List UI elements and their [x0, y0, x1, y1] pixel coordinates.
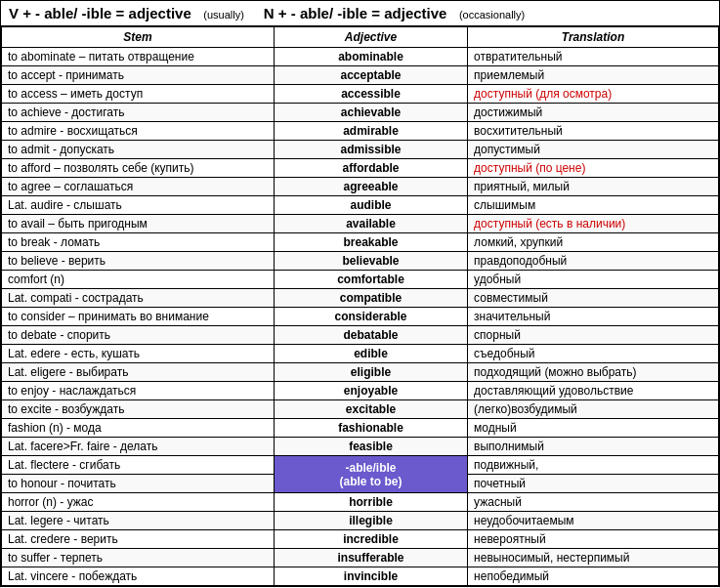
table-row: Lat. facere>Fr. faire - делатьfeasibleвы…	[2, 438, 719, 456]
table-row: Lat. credere - веритьincredibleневероятн…	[2, 530, 719, 549]
cell-adjective: admissible	[274, 141, 467, 159]
cell-translation: ломкий, хрупкий	[468, 233, 719, 252]
table-row: to enjoy - наслаждатьсяenjoyableдоставля…	[2, 382, 719, 400]
cell-stem: Lat. edere - есть, кушать	[2, 345, 275, 363]
cell-adjective: debatable	[274, 326, 467, 345]
table-row: to debate - споритьdebatableспорный	[2, 326, 719, 345]
cell-translation: достижимый	[468, 104, 719, 122]
cell-translation: невыносимый, нестерпимый	[468, 549, 719, 567]
cell-stem: Lat. credere - верить	[2, 530, 275, 549]
cell-stem: to enjoy - наслаждаться	[2, 382, 275, 400]
table-row: to break - ломатьbreakableломкий, хрупки…	[2, 233, 719, 252]
col-header-adjective: Adjective	[274, 27, 467, 48]
cell-translation: неудобочитаемым	[468, 512, 719, 530]
table-row: to achieve - достигатьachievableдостижим…	[2, 104, 719, 122]
cell-translation: значительный	[468, 308, 719, 326]
cell-translation: почетный	[468, 475, 719, 493]
cell-stem: Lat. flectere - сгибать	[2, 456, 275, 475]
main-container: V + - able/ -ible = adjective (usually) …	[0, 0, 720, 587]
table-row: Lat. legere - читатьillegibleнеудобочита…	[2, 512, 719, 530]
cell-adjective: eligible	[274, 363, 467, 382]
cell-translation: слышимым	[468, 196, 719, 215]
table-row: Lat. flectere - сгибать-able/ible(able t…	[2, 456, 719, 475]
col-header-translation: Translation	[468, 27, 719, 48]
table-row: to consider – принимать во вниманиеconsi…	[2, 308, 719, 326]
cell-translation: ужасный	[468, 493, 719, 512]
table-row: to suffer - терпетьinsufferableневыносим…	[2, 549, 719, 567]
table-row: Lat. compati - сострадатьcompatibleсовме…	[2, 289, 719, 308]
cell-adjective: incredible	[274, 530, 467, 549]
cell-adjective: illegible	[274, 512, 467, 530]
cell-adjective: abominable	[274, 48, 467, 66]
cell-adjective: excitable	[274, 400, 467, 419]
cell-translation: восхитительный	[468, 122, 719, 141]
cell-stem: to access – иметь доступ	[2, 85, 275, 104]
cell-translation: приятный, милый	[468, 178, 719, 196]
cell-translation: правдоподобный	[468, 252, 719, 271]
cell-stem: fashion (n) - мода	[2, 419, 275, 438]
header-left-note: (usually)	[203, 9, 244, 21]
cell-stem: comfort (n)	[2, 271, 275, 289]
table-row: to agree – соглашатьсяagreeableприятный,…	[2, 178, 719, 196]
cell-adjective: enjoyable	[274, 382, 467, 400]
cell-stem: to suffer - терпеть	[2, 549, 275, 567]
cell-translation: невероятный	[468, 530, 719, 549]
cell-stem: to abominate – питать отвращение	[2, 48, 275, 66]
cell-translation: подходящий (можно выбрать)	[468, 363, 719, 382]
table-row: horror (n) - ужасhorribleужасный	[2, 493, 719, 512]
cell-translation: совместимый	[468, 289, 719, 308]
cell-stem: Lat. eligere - выбирать	[2, 363, 275, 382]
cell-adjective: horrible	[274, 493, 467, 512]
highlight-cell: -able/ible(able to be)	[274, 456, 467, 493]
cell-translation: съедобный	[468, 345, 719, 363]
table-row: to admire - восхищатьсяadmirableвосхитит…	[2, 122, 719, 141]
header-right-title: N + - able/ -ible = adjective	[264, 5, 447, 21]
cell-adjective: agreeable	[274, 178, 467, 196]
table-row: to afford – позволять себе (купить)affor…	[2, 159, 719, 178]
cell-translation: приемлемый	[468, 66, 719, 85]
cell-translation: выполнимый	[468, 438, 719, 456]
cell-stem: to achieve - достигать	[2, 104, 275, 122]
cell-adjective: fashionable	[274, 419, 467, 438]
table-body: to abominate – питать отвращениеabominab…	[2, 48, 719, 586]
cell-translation: доступный (для осмотра)	[468, 85, 719, 104]
cell-adjective: invincible	[274, 567, 467, 586]
cell-adjective: achievable	[274, 104, 467, 122]
cell-translation: доступный (есть в наличии)	[468, 215, 719, 233]
cell-stem: to agree – соглашаться	[2, 178, 275, 196]
cell-stem: to excite - возбуждать	[2, 400, 275, 419]
cell-adjective: breakable	[274, 233, 467, 252]
cell-stem: Lat. vincere - побеждать	[2, 567, 275, 586]
cell-translation: удобный	[468, 271, 719, 289]
cell-translation: спорный	[468, 326, 719, 345]
cell-adjective: edible	[274, 345, 467, 363]
cell-translation: допустимый	[468, 141, 719, 159]
header-right-note: (occasionally)	[459, 9, 525, 21]
cell-translation: непобедимый	[468, 567, 719, 586]
table-container: Stem Adjective Translation to abominate …	[0, 25, 720, 587]
cell-stem: to break - ломать	[2, 233, 275, 252]
cell-adjective: affordable	[274, 159, 467, 178]
table-row: to avail – быть пригоднымavailableдоступ…	[2, 215, 719, 233]
cell-stem: to believe - верить	[2, 252, 275, 271]
table-row: to admit - допускатьadmissibleдопустимый	[2, 141, 719, 159]
table-row: Lat. vincere - побеждатьinvincibleнепобе…	[2, 567, 719, 586]
cell-translation: (легко)возбудимый	[468, 400, 719, 419]
table-header-row: Stem Adjective Translation	[2, 27, 719, 48]
table-row: fashion (n) - модаfashionableмодный	[2, 419, 719, 438]
col-header-stem: Stem	[2, 27, 275, 48]
cell-stem: to admit - допускать	[2, 141, 275, 159]
cell-stem: to accept - принимать	[2, 66, 275, 85]
cell-adjective: believable	[274, 252, 467, 271]
table-row: Lat. audire - слышатьaudibleслышимым	[2, 196, 719, 215]
cell-adjective: acceptable	[274, 66, 467, 85]
main-table: Stem Adjective Translation to abominate …	[1, 26, 719, 586]
header-right: N + - able/ -ible = adjective (occasiona…	[264, 5, 525, 21]
cell-translation: модный	[468, 419, 719, 438]
cell-adjective: available	[274, 215, 467, 233]
table-row: Lat. edere - есть, кушатьedibleсъедобный	[2, 345, 719, 363]
cell-stem: Lat. audire - слышать	[2, 196, 275, 215]
cell-adjective: considerable	[274, 308, 467, 326]
cell-adjective: accessible	[274, 85, 467, 104]
cell-stem: to debate - спорить	[2, 326, 275, 345]
